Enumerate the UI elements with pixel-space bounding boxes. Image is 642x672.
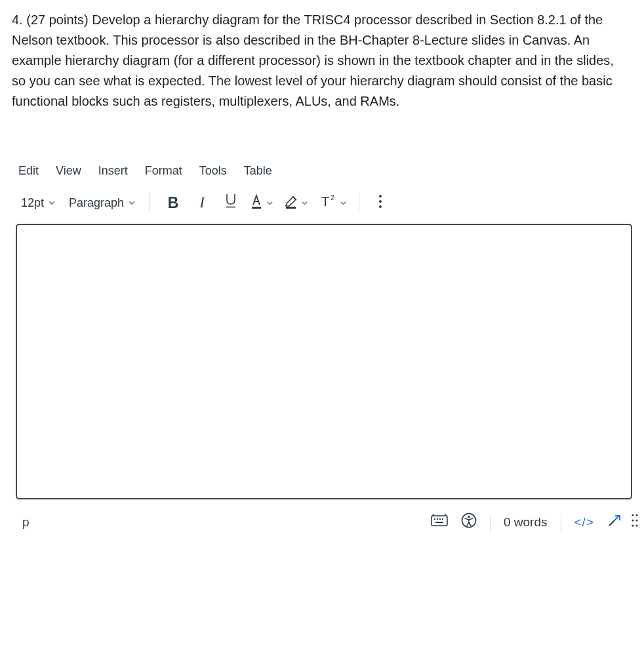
svg-point-16 [632, 514, 633, 516]
status-divider [490, 514, 491, 531]
svg-point-18 [632, 519, 633, 521]
keyboard-icon [431, 514, 448, 530]
word-count-label: 0 words [504, 515, 548, 530]
block-format-label: Paragraph [69, 196, 124, 210]
element-path[interactable]: p [18, 515, 30, 530]
drag-handle-icon [631, 513, 639, 531]
svg-point-21 [635, 524, 637, 526]
menu-format[interactable]: Format [145, 164, 182, 178]
svg-rect-12 [442, 518, 443, 520]
chevron-down-icon [340, 200, 347, 207]
block-format-select[interactable]: Paragraph [61, 194, 140, 213]
statusbar: p [18, 513, 639, 532]
menu-insert[interactable]: Insert [98, 164, 128, 178]
svg-rect-11 [439, 518, 441, 520]
svg-point-6 [379, 200, 382, 203]
bold-button[interactable]: B [159, 190, 188, 216]
toolbar-divider [149, 192, 150, 213]
svg-point-15 [468, 516, 470, 518]
accessibility-button[interactable] [461, 513, 477, 532]
svg-text:2: 2 [331, 194, 334, 201]
question-text: 4. (27 points) Develop a hierarchy diagr… [12, 10, 630, 112]
html-view-label: </> [574, 515, 594, 530]
keyboard-shortcuts-button[interactable] [431, 514, 448, 530]
svg-rect-13 [435, 522, 443, 523]
rich-text-editor: Edit View Insert Format Tools Table 12pt… [12, 164, 630, 532]
menu-tools[interactable]: Tools [199, 164, 227, 178]
word-count[interactable]: 0 words [504, 515, 548, 530]
svg-point-19 [635, 519, 637, 521]
svg-rect-8 [431, 516, 447, 526]
svg-rect-2 [286, 207, 296, 209]
svg-point-20 [632, 524, 633, 526]
chevron-down-icon [301, 200, 308, 207]
highlight-color-button[interactable] [280, 193, 311, 213]
text-color-button[interactable] [245, 193, 276, 213]
chevron-down-icon [128, 199, 136, 207]
svg-rect-9 [434, 518, 435, 520]
superscript-button[interactable]: T 2 [316, 193, 350, 213]
italic-button[interactable]: I [188, 190, 216, 216]
svg-point-17 [635, 514, 637, 516]
text-color-icon [248, 193, 265, 213]
menu-view[interactable]: View [56, 164, 81, 178]
resize-handle[interactable] [631, 513, 639, 531]
toolbar: 12pt Paragraph B I [18, 186, 630, 220]
svg-point-7 [379, 205, 382, 208]
underline-icon [224, 192, 238, 213]
highlight-icon [283, 193, 300, 213]
svg-rect-10 [437, 518, 438, 520]
menu-edit[interactable]: Edit [18, 164, 39, 178]
menu-table[interactable]: Table [244, 164, 272, 178]
superscript-icon: T 2 [319, 193, 338, 213]
svg-point-5 [379, 195, 382, 198]
accessibility-icon [461, 513, 477, 532]
kebab-icon [378, 194, 382, 211]
more-options-button[interactable] [369, 194, 392, 211]
toolbar-divider [359, 192, 359, 213]
chevron-down-icon [266, 200, 273, 207]
svg-text:T: T [321, 194, 329, 209]
status-divider [561, 514, 561, 531]
underline-button[interactable] [216, 190, 245, 216]
font-size-label: 12pt [21, 196, 44, 210]
editor-content-area[interactable] [16, 224, 632, 499]
chevron-down-icon [48, 199, 56, 207]
menubar: Edit View Insert Format Tools Table [18, 164, 630, 178]
fullscreen-button[interactable] [607, 513, 622, 531]
svg-rect-1 [252, 207, 261, 209]
html-view-button[interactable]: </> [574, 515, 594, 530]
expand-icon [607, 513, 622, 531]
font-size-select[interactable]: 12pt [18, 194, 61, 213]
